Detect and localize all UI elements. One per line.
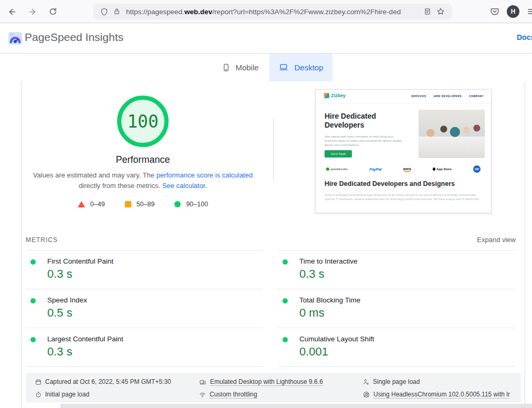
emulated-device: Emulated Desktop with Lighthouse 9.6.6 (199, 378, 351, 386)
desktop-laptop-icon (278, 63, 289, 72)
metric-name: Speed Index (47, 296, 263, 304)
page-title: PageSpeed Insights (25, 31, 123, 44)
metrics-header: METRICS Expand view (26, 235, 521, 246)
app-store-logo: App Store (433, 168, 452, 171)
performance-description: Values are estimated and may vary. The p… (27, 170, 258, 191)
stopwatch-icon (35, 391, 41, 398)
report-card: 100 Performance Values are estimated and… (21, 81, 525, 408)
device-tabbar: Mobile Desktop (0, 54, 532, 81)
reload-icon[interactable] (47, 6, 59, 17)
throttling-icon (199, 392, 206, 398)
thumb-site-header: Zizbey SERVICES HIRE DEVELOPERS COMPANY (316, 90, 491, 103)
metric-value: 0.3 s (47, 345, 263, 359)
mobile-phone-icon (222, 62, 230, 72)
run-info-text[interactable]: Using HeadlessChromium 102.0.5005.115 wi… (373, 391, 510, 399)
account-avatar[interactable]: H (507, 5, 519, 18)
run-info-text: Single page load (373, 378, 420, 385)
pass-dot-icon (283, 337, 288, 342)
thumb-nav: SERVICES HIRE DEVELOPERS COMPANY (411, 95, 484, 98)
score-legend: 0–49 50–89 90–100 (27, 201, 258, 208)
performance-score: 100 (127, 111, 159, 132)
metric-name: Time to Interactive (299, 257, 516, 265)
performance-label: Performance (64, 154, 222, 165)
metric-speed-index: Speed Index 0.5 s (26, 289, 263, 328)
desc-text: Values are estimated and may vary. The (33, 171, 157, 179)
docs-link[interactable]: Docs (517, 33, 532, 41)
score-calculation-link[interactable]: performance score is calculated (157, 171, 253, 179)
metric-time-to-interactive: Time to Interactive 0.3 s (278, 250, 516, 289)
thumb-brand-name: Zizbey (331, 93, 346, 98)
forward-icon[interactable] (26, 6, 38, 17)
page-screenshot-thumbnail[interactable]: Zizbey SERVICES HIRE DEVELOPERS COMPANY … (315, 89, 492, 213)
back-icon[interactable] (6, 6, 18, 17)
metric-value: 0.3 s (299, 267, 516, 281)
initial-page-load: Initial page load (35, 391, 193, 398)
thumb-hero-text: Hire passionate team members to help bri… (325, 134, 402, 147)
metric-name: Total Blocking Time (299, 296, 516, 304)
legend-average-range: 50–89 (137, 201, 155, 208)
thumb-nav-item: COMPANY (469, 95, 484, 98)
reader-view-icon[interactable] (424, 8, 431, 15)
legend-pass-range: 90–100 (186, 201, 208, 208)
metrics-grid: First Contentful Paint 0.3 s Time to Int… (26, 250, 516, 367)
metric-total-blocking-time: Total Blocking Time 0 ms (278, 289, 516, 328)
tab-mobile-label: Mobile (235, 63, 258, 72)
score-circle: 100 (117, 96, 169, 147)
thumb-section-text: Zizbey's dedicated development team allo… (325, 193, 483, 201)
metric-value: 0.001 (299, 345, 516, 359)
pass-dot-icon (30, 337, 36, 342)
thumb-hero-title: Hire Dedicated Developers (325, 112, 403, 130)
tab-mobile[interactable]: Mobile (214, 54, 267, 81)
bookmark-star-icon[interactable] (436, 7, 445, 16)
address-bar[interactable]: https://pagespeed.web.dev/report?url=htt… (93, 4, 452, 19)
tab-desktop[interactable]: Desktop (269, 54, 332, 81)
metric-name: Largest Contentful Paint (47, 335, 263, 343)
thumb-brand-logo: Zizbey (324, 93, 346, 98)
app-header: PageSpeed Insights Docs (0, 24, 532, 54)
zizbey-logo-icon (324, 92, 329, 98)
metric-value: 0.5 s (47, 306, 263, 320)
metric-first-contentful-paint: First Contentful Paint 0.3 s (26, 250, 263, 289)
aws-logo: aws (403, 166, 411, 172)
legend-fail: 0–49 (78, 201, 105, 208)
metric-name: First Contentful Paint (47, 257, 263, 265)
desc-text: directly from these metrics. (79, 182, 162, 190)
pass-dot-icon (30, 298, 36, 304)
pocket-icon[interactable] (490, 7, 499, 16)
pass-circle-icon (174, 201, 181, 207)
ge-logo: GE (473, 165, 481, 173)
performance-gauge[interactable]: 100 (117, 96, 169, 147)
lock-icon[interactable] (113, 8, 120, 15)
run-info-text: Captured at Oct 6, 2022, 5:45 PM GMT+5:3… (45, 378, 171, 385)
run-info-text[interactable]: Emulated Desktop with Lighthouse 9.6.6 (210, 378, 323, 386)
pagespeed-insights-page: https://pagespeed.web.dev/report?url=htt… (0, 0, 532, 408)
desc-text: . (205, 182, 207, 190)
thumb-partner-logos: quickbooks PayPal aws App Store GE (316, 163, 491, 175)
calendar-icon (35, 379, 41, 385)
thumb-section-title: Hire Dedicated Developers and Designers (325, 180, 455, 187)
quickbooks-logo: quickbooks (326, 168, 348, 171)
tab-desktop-label: Desktop (294, 63, 323, 72)
url-domain: web.dev (184, 8, 212, 16)
average-square-icon (125, 201, 131, 207)
page-load-mode: Single page load (363, 378, 516, 385)
expand-view-button[interactable]: Expand view (477, 236, 516, 244)
pass-dot-icon (283, 298, 288, 304)
url-path: /report?url=https%3A%2F%2Fwww.zizbey.com… (212, 8, 401, 16)
url-prefix: https://pagespeed. (126, 8, 184, 16)
run-info-panel: Captured at Oct 6, 2022, 5:45 PM GMT+5:3… (26, 373, 521, 402)
paypal-logo: PayPal (370, 168, 382, 171)
run-info-text: Initial page load (45, 391, 89, 398)
shield-icon[interactable] (100, 8, 108, 16)
pagespeed-logo-icon[interactable] (8, 31, 23, 46)
next-section-edge (60, 404, 532, 408)
capture-time: Captured at Oct 6, 2022, 5:45 PM GMT+5:3… (35, 378, 193, 385)
menu-icon[interactable] (527, 7, 532, 16)
metric-value: 0 ms (299, 306, 516, 320)
single-page-load-icon (363, 379, 369, 385)
section-divider (273, 118, 274, 181)
emulated-device-icon (199, 379, 206, 385)
run-info-text[interactable]: Custom throttling (210, 391, 257, 399)
metric-largest-contentful-paint: Largest Contentful Paint 0.3 s (26, 328, 263, 367)
see-calculator-link[interactable]: See calculator (162, 182, 205, 190)
